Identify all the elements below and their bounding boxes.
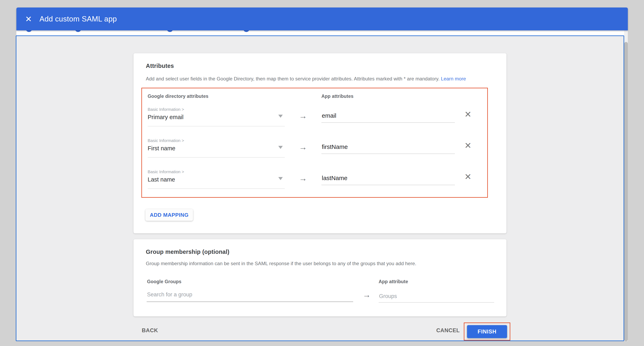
app-attribute-input[interactable]: [322, 143, 455, 154]
app-attribute-input[interactable]: [322, 112, 455, 123]
directory-attribute-value: Primary email: [148, 114, 184, 120]
attributes-annotation-box: Google directory attributes App attribut…: [142, 88, 488, 198]
group-membership-description: Group membership information can be sent…: [146, 261, 416, 266]
chevron-down-icon: [278, 146, 283, 149]
directory-category-label: Basic Information >: [148, 169, 184, 174]
add-mapping-button[interactable]: ADD MAPPING: [146, 209, 193, 221]
close-icon[interactable]: ✕: [24, 15, 33, 23]
dropdown-underline: [148, 126, 285, 126]
finish-button[interactable]: FINISH: [467, 325, 507, 338]
directory-attribute-dropdown[interactable]: First name: [148, 145, 285, 158]
scrollbar-track: [624, 30, 628, 341]
add-custom-saml-app-dialog: ✕ Add custom SAML app Attributes Add and…: [0, 0, 644, 346]
maps-to-arrow-icon: →: [299, 111, 307, 120]
app-attribute-label: App attribute: [379, 279, 408, 284]
search-group-input[interactable]: [147, 291, 353, 302]
directory-attribute-value: Last name: [148, 176, 175, 183]
chevron-down-icon: [278, 115, 283, 118]
wizard-step-content: Attributes Add and select user fields in…: [16, 36, 624, 341]
attributes-card-title: Attributes: [146, 63, 174, 69]
cancel-button[interactable]: CANCEL: [436, 327, 460, 334]
delete-mapping-icon[interactable]: ✕: [464, 110, 472, 119]
google-directory-attributes-header: Google directory attributes: [148, 94, 208, 99]
directory-category-label: Basic Information >: [148, 107, 184, 112]
dialog-header: ✕ Add custom SAML app: [16, 8, 628, 30]
dialog-title: Add custom SAML app: [40, 15, 117, 23]
dropdown-underline: [148, 157, 285, 158]
dropdown-underline: [148, 188, 285, 189]
directory-attribute-dropdown[interactable]: Last name: [148, 176, 285, 189]
finish-annotation-box: FINISH: [464, 322, 510, 340]
mapping-row: Basic Information > First name → ✕: [142, 134, 487, 165]
groups-attribute-input[interactable]: [379, 293, 494, 303]
mapping-row: Basic Information > Last name → ✕: [142, 165, 487, 196]
attributes-card: Attributes Add and select user fields in…: [134, 53, 506, 233]
group-membership-title: Group membership (optional): [146, 249, 229, 255]
header-white-strip: [16, 30, 628, 36]
group-membership-card: Group membership (optional) Group member…: [134, 239, 506, 316]
mapping-row: Basic Information > Primary email → ✕: [142, 102, 487, 134]
maps-to-arrow-icon: →: [363, 290, 371, 299]
maps-to-arrow-icon: →: [299, 174, 307, 183]
attributes-description-text: Add and select user fields in the Google…: [146, 76, 440, 81]
app-attribute-input[interactable]: [322, 175, 455, 185]
maps-to-arrow-icon: →: [299, 143, 307, 152]
attributes-card-description: Add and select user fields in the Google…: [146, 76, 466, 82]
back-button[interactable]: BACK: [142, 327, 158, 334]
learn-more-link[interactable]: Learn more: [441, 76, 466, 81]
app-attributes-header: App attributes: [322, 94, 354, 99]
google-groups-label: Google Groups: [147, 279, 182, 284]
delete-mapping-icon[interactable]: ✕: [464, 141, 472, 150]
chevron-down-icon: [278, 177, 283, 180]
directory-attribute-dropdown[interactable]: Primary email: [148, 113, 285, 126]
delete-mapping-icon[interactable]: ✕: [464, 172, 472, 181]
directory-attribute-value: First name: [148, 145, 175, 152]
scrollbar-thumb[interactable]: [624, 42, 628, 341]
directory-category-label: Basic Information >: [148, 138, 184, 143]
